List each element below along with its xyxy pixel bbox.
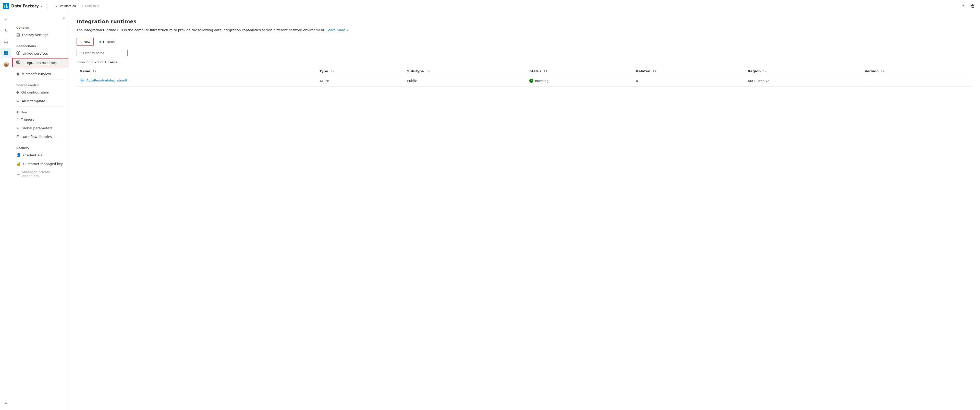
triggers-icon: ⚡ [16,117,19,121]
sidebar-divider-3 [16,79,64,80]
learn-more-link[interactable]: Learn more ↗ [326,28,349,32]
sort-icon-version[interactable]: ↑↓ [881,70,885,73]
sort-icon-status[interactable]: ↑↓ [544,70,547,73]
svg-rect-5 [6,51,8,53]
arm-icon: ⚙ [16,99,20,103]
sort-icon-type[interactable]: ↑↓ [330,70,334,73]
topbar: Data Factory ▾ ✓ Validate all ↑ Publish … [0,0,980,12]
integration-runtimes-table: Name ↑↓ Type ↑↓ Sub-type ↑↓ Status ↑↓ [76,67,972,86]
sidebar-section-connections: Connections [12,41,68,49]
nav-item-manage[interactable] [1,48,11,58]
topbar-title: Data Factory [11,4,39,8]
new-button[interactable]: + New [76,38,94,46]
publish-all-button[interactable]: ↑ Publish all [80,3,103,10]
sidebar-collapse-button[interactable]: « [62,15,66,21]
sidebar-item-data-flow-libraries-label: Data flow libraries [22,135,52,139]
new-label: New [84,40,90,44]
sidebar-item-credentials[interactable]: 👤 Credentials [12,151,68,160]
sidebar-item-triggers[interactable]: ⚡ Triggers [12,115,68,124]
sidebar-item-linked-services[interactable]: Linked services [12,49,68,58]
col-header-sub-type: Sub-type ↑↓ [404,67,526,75]
data-flow-libraries-icon: ⊟ [16,134,20,139]
sidebar-item-data-flow-libraries[interactable]: ⊟ Data flow libraries [12,132,68,141]
sidebar-item-microsoft-purview[interactable]: ◉ Microsoft Purview [12,70,68,78]
upload-icon: ↑ [82,4,84,8]
svg-rect-10 [17,61,20,63]
page-desc-text: The integration runtime (IR) is the comp… [76,28,325,32]
sidebar-section-security: Security [12,143,68,151]
cell-region: Auto Resolve [745,75,862,86]
sidebar-divider-5 [16,142,64,142]
checkmark-icon: ✓ [56,4,58,8]
status-running-icon [529,79,533,83]
table-row: AutoResolveIntegrationR... Azure Public … [76,75,972,86]
cell-type: Azure [317,75,404,86]
sort-icon-sub-type[interactable]: ↑↓ [426,70,430,73]
manage-icon [3,51,9,56]
nav-item-learn[interactable]: 📦 [1,59,11,70]
col-header-name: Name ↑↓ [76,67,317,75]
learn-more-label: Learn more [326,28,345,32]
sort-icon-region[interactable]: ↑↓ [763,70,767,73]
sidebar-item-microsoft-purview-label: Microsoft Purview [22,72,51,76]
page-title: Integration runtimes [76,18,972,24]
sidebar-item-arm-template[interactable]: ⚙ ARM template [12,97,68,105]
sidebar-item-global-parameters[interactable]: ⊜ Global parameters [12,124,68,132]
sidebar-section-source-control: Source control [12,80,68,88]
validate-all-button[interactable]: ✓ Validate all [53,3,78,10]
sidebar-item-managed-private-endpoints-label: Managed private endpoints [22,170,64,178]
topbar-discard-button[interactable]: 🗑 [969,3,977,10]
nav-item-edit[interactable]: ✎ [1,26,11,36]
status-running-label: Running [535,79,549,83]
nav-item-home[interactable]: ⌂ [1,14,11,24]
col-header-status: Status ↑↓ [526,67,633,75]
sidebar-item-factory-settings[interactable]: ▤ Factory settings [12,30,68,39]
status-running: Running [529,79,630,83]
sidebar-item-managed-private-endpoints[interactable]: ☁ Managed private endpoints [12,168,68,180]
topbar-chevron-icon[interactable]: ▾ [41,4,42,8]
purview-icon: ◉ [16,72,20,76]
refresh-button[interactable]: ↺ Refresh [96,38,118,45]
factory-settings-icon: ▤ [16,32,20,37]
sidebar: « General ▤ Factory settings Connections… [12,12,68,410]
table-body: AutoResolveIntegrationR... Azure Public … [76,75,972,86]
table-header: Name ↑↓ Type ↑↓ Sub-type ↑↓ Status ↑↓ [76,67,972,75]
sidebar-divider-1 [16,40,64,40]
topbar-actions: ✓ Validate all ↑ Publish all [53,3,103,10]
content-area: Integration runtimes The integration run… [68,12,980,410]
sidebar-divider-2 [16,68,64,69]
col-header-related: Related ↑↓ [633,67,745,75]
publish-all-label: Publish all [85,4,100,8]
filter-box: ⊟ [76,50,127,56]
sidebar-item-linked-services-label: Linked services [22,52,48,56]
integration-runtimes-icon [16,60,21,65]
external-link-icon: ↗ [346,29,348,32]
sidebar-item-global-parameters-label: Global parameters [22,126,52,130]
col-header-type: Type ↑↓ [317,67,404,75]
sidebar-item-arm-template-label: ARM template [22,99,45,103]
sidebar-item-git-configuration-label: Git configuration [21,91,49,94]
topbar-left: Data Factory ▾ [3,3,42,9]
sidebar-item-git-configuration[interactable]: ◆ Git configuration [12,88,68,97]
plus-icon: + [80,40,82,44]
nav-collapse-button[interactable]: « [1,398,11,408]
sort-icon-name[interactable]: ↑↓ [93,70,97,73]
sidebar-item-integration-runtimes-label: Integration runtimes [22,61,57,65]
icon-nav: ⌂ ✎ ◎ 📦 « [0,12,12,410]
cell-name: AutoResolveIntegrationR... [76,75,317,86]
sort-icon-related[interactable]: ↑↓ [652,70,656,73]
main-layout: ⌂ ✎ ◎ 📦 « « General ▤ Factory settings C… [0,12,980,410]
sidebar-item-factory-settings-label: Factory settings [22,33,48,37]
filter-input[interactable] [83,51,125,55]
ir-name-link[interactable]: AutoResolveIntegrationR... [86,78,130,82]
cell-version: --- [862,75,972,86]
sidebar-item-integration-runtimes[interactable]: Integration runtimes [12,58,68,67]
sidebar-item-customer-managed-key-label: Customer managed key [23,162,63,166]
sidebar-item-customer-managed-key[interactable]: 🔒 Customer managed key [12,160,68,168]
data-factory-logo [3,3,9,9]
refresh-icon: ↺ [99,40,102,44]
nav-item-monitor[interactable]: ◎ [1,37,11,47]
managed-private-endpoints-icon: ☁ [16,172,20,176]
svg-rect-7 [6,53,8,55]
topbar-refresh-button[interactable]: ↺ [959,3,967,10]
